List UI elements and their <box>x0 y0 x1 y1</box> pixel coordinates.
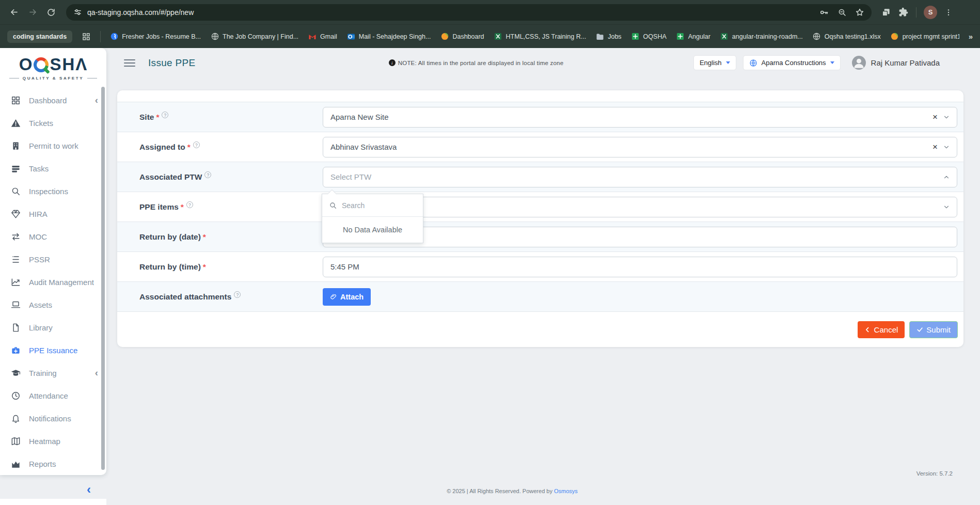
help-icon[interactable]: ? <box>193 141 200 148</box>
sidebar-item-audit-management[interactable]: Audit Management <box>0 271 106 293</box>
folder-favicon-icon <box>596 33 604 41</box>
bookmark-item[interactable]: Mail - Sehajdeep Singh... <box>347 33 431 41</box>
back-icon[interactable] <box>6 5 22 20</box>
grad-icon <box>11 368 21 378</box>
forward-icon[interactable] <box>25 5 40 20</box>
form-row-site: Site*? × <box>117 102 963 132</box>
user-menu[interactable]: Raj Kumar Pativada <box>852 56 940 70</box>
sidebar-item-label: Tasks <box>29 164 49 173</box>
assigned-to-select[interactable] <box>323 137 957 157</box>
bookmark-item[interactable]: Dashboard <box>440 33 484 41</box>
hamburger-menu-icon[interactable] <box>124 59 135 67</box>
sidebar-item-assets[interactable]: Assets <box>0 293 106 316</box>
help-icon[interactable]: ? <box>186 201 193 208</box>
chevron-left-icon[interactable]: ‹ <box>95 95 98 105</box>
sidebar-item-label: Reports <box>29 460 56 468</box>
bookmark-item[interactable]: Oqsha testing1.xlsx <box>813 33 881 41</box>
zoom-out-icon[interactable] <box>837 8 847 17</box>
bookmark-label: project mgmt sprint17 <box>903 33 959 40</box>
bookmark-folder-pill[interactable]: coding standards <box>7 30 72 43</box>
form-row-ppe-items: PPE items*? <box>117 192 963 222</box>
password-key-icon[interactable] <box>819 7 829 18</box>
chevron-left-icon[interactable]: ‹ <box>95 368 98 377</box>
sidebar-item-inspections[interactable]: Inspections <box>0 180 106 202</box>
apps-grid-icon[interactable] <box>82 32 91 41</box>
help-icon[interactable]: ? <box>234 291 241 298</box>
attachments-label: Associated attachments? <box>117 292 323 302</box>
attach-button[interactable]: Attach <box>323 288 371 306</box>
app-logo[interactable]: OSHΛ QUALITY & SAFETY <box>0 48 106 81</box>
sidebar-item-pssr[interactable]: PSSR <box>0 248 106 271</box>
logo-text: OSHΛ <box>19 55 88 74</box>
bookmark-label: Oqsha testing1.xlsx <box>825 33 881 40</box>
cancel-button[interactable]: Cancel <box>858 321 905 338</box>
sidebar-item-hira[interactable]: HIRA <box>0 202 106 225</box>
associated-ptw-select[interactable] <box>323 167 957 187</box>
tab-panels-icon[interactable] <box>881 7 891 18</box>
sidebar-item-permit-to-work[interactable]: Permit to work <box>0 134 106 157</box>
address-bar[interactable]: qa-staging.oqsha.com/#/ppe/new <box>66 4 872 21</box>
bookmark-item[interactable]: angular-training-roadm... <box>720 33 803 41</box>
footer-copyright: © 2025 | All Rights Reserved. Powered by… <box>106 488 918 494</box>
medkit-icon <box>11 345 21 355</box>
chevron-down-icon[interactable] <box>943 203 950 211</box>
url-text[interactable]: qa-staging.oqsha.com/#/ppe/new <box>87 8 814 17</box>
help-icon[interactable]: ? <box>204 171 211 178</box>
help-icon[interactable]: ? <box>162 112 168 118</box>
sidebar-item-attendance[interactable]: Attendance <box>0 384 106 407</box>
bookmarks-overflow-chevron[interactable]: » <box>969 32 973 41</box>
osmosys-link[interactable]: Osmosys <box>554 488 578 494</box>
profile-avatar[interactable]: S <box>924 6 937 19</box>
bookmark-label: The Job Company | Find... <box>223 33 298 40</box>
bookmark-item[interactable]: The Job Company | Find... <box>211 33 298 41</box>
user-avatar-icon <box>852 56 866 70</box>
clear-icon[interactable]: × <box>932 143 938 151</box>
chevron-down-icon[interactable] <box>943 144 950 151</box>
sidebar-item-dashboard[interactable]: Dashboard‹ <box>0 89 106 112</box>
sidebar-item-notifications[interactable]: Notifications <box>0 407 106 430</box>
site-select[interactable] <box>323 107 957 127</box>
extensions-puzzle-icon[interactable] <box>898 7 909 18</box>
bookmark-item[interactable]: Gmail <box>308 33 337 41</box>
sidebar-collapse-icon[interactable]: ‹ <box>87 483 91 496</box>
chart-icon <box>11 277 21 287</box>
site-label: Site*? <box>117 113 323 122</box>
form-row-return-date: Return by (date)* <box>117 222 963 251</box>
sidebar-item-ppe-issuance[interactable]: PPE Issuance <box>0 339 106 361</box>
sidebar-item-training[interactable]: Training‹ <box>0 361 106 384</box>
orange-dot-favicon-icon <box>440 33 449 41</box>
bookmark-item[interactable]: Fresher Jobs - Resume B... <box>110 33 201 41</box>
form-row-attachments: Associated attachments? Attach <box>117 281 963 311</box>
sidebar-item-moc[interactable]: MOC <box>0 225 106 248</box>
sidebar-item-reports[interactable]: Reports <box>0 452 106 475</box>
site-settings-icon[interactable] <box>73 8 82 17</box>
ptw-no-data: No Data Available <box>322 217 423 243</box>
sidebar-item-library[interactable]: Library <box>0 316 106 339</box>
clear-icon[interactable]: × <box>932 113 938 121</box>
sidebar-item-tasks[interactable]: Tasks <box>0 157 106 180</box>
sidebar-scrollbar[interactable] <box>101 87 105 470</box>
sidebar-item-label: Library <box>29 323 53 332</box>
bookmark-item[interactable]: Angular <box>676 33 710 41</box>
ptw-search-input[interactable] <box>342 201 416 210</box>
bookmark-item[interactable]: HTML,CSS, JS Training R... <box>494 33 587 41</box>
app-page: OSHΛ QUALITY & SAFETY Dashboard‹TicketsP… <box>0 48 980 505</box>
content-header: Issue PPE i NOTE: All times in the porta… <box>106 48 980 77</box>
menu-kebab-icon[interactable] <box>944 8 953 17</box>
submit-button[interactable]: Submit <box>909 321 958 338</box>
language-dropdown[interactable]: English <box>694 56 736 70</box>
globe-favicon-icon <box>211 33 219 41</box>
sidebar-item-heatmap[interactable]: Heatmap <box>0 430 106 452</box>
sidebar-item-label: PPE Issuance <box>29 346 77 355</box>
chevron-down-icon[interactable] <box>943 114 950 121</box>
laptop-icon <box>11 300 21 310</box>
reload-icon[interactable] <box>43 5 59 20</box>
chevron-up-icon[interactable] <box>943 173 950 181</box>
organization-dropdown[interactable]: Aparna Constructions <box>744 56 840 70</box>
bookmark-item[interactable]: project mgmt sprint17 <box>891 33 959 41</box>
bookmark-item[interactable]: Jobs <box>596 33 621 41</box>
return-time-input[interactable] <box>323 257 957 277</box>
sidebar-item-tickets[interactable]: Tickets <box>0 112 106 134</box>
bookmark-star-icon[interactable] <box>855 8 864 17</box>
bookmark-item[interactable]: OQSHA <box>631 33 667 41</box>
